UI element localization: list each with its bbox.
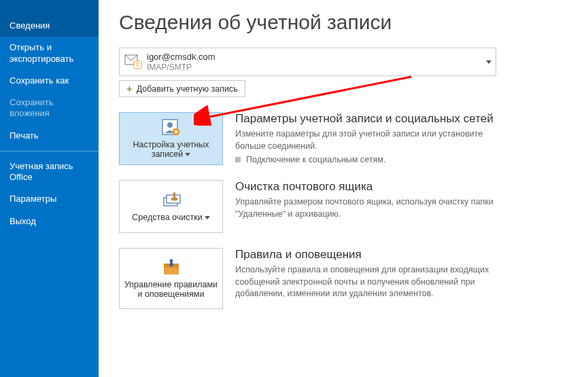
section-account-settings: Настройка учетных записей Параметры учет… bbox=[119, 112, 496, 165]
section-title-rules: Правила и оповещения bbox=[235, 248, 496, 262]
sidebar-item-office-account[interactable]: Учетная запись Office bbox=[0, 156, 99, 189]
bullet-square-icon bbox=[235, 157, 241, 162]
bullet-social-label: Подключение к социальным сетям. bbox=[246, 155, 385, 164]
account-dropdown-arrow[interactable] bbox=[479, 48, 496, 75]
bullet-social-connect[interactable]: Подключение к социальным сетям. bbox=[235, 155, 496, 164]
section-desc-rules: Используйте правила и оповещения для орг… bbox=[235, 264, 496, 300]
sidebar-separator bbox=[0, 151, 99, 151]
sidebar-item-print[interactable]: Печать bbox=[0, 125, 99, 147]
tile-cleanup-label: Средства очистки bbox=[132, 213, 209, 222]
rules-icon bbox=[160, 258, 183, 277]
account-email: igor@cmsdk.com bbox=[147, 52, 479, 62]
account-protocol: IMAP/SMTP bbox=[147, 62, 479, 72]
add-account-button[interactable]: + Добавить учетную запись bbox=[119, 80, 245, 97]
svg-point-14 bbox=[169, 259, 173, 263]
main-panel: Сведения об учетной записи igor@cmsdk.co… bbox=[99, 0, 588, 377]
tile-account-settings[interactable]: Настройка учетных записей bbox=[119, 112, 223, 165]
sidebar-item-save-as[interactable]: Сохранить как bbox=[0, 70, 99, 92]
section-rules: Управление правилами и оповещениями Прав… bbox=[119, 248, 496, 309]
sidebar-item-open-export[interactable]: Открыть и экспортировать bbox=[0, 37, 99, 70]
account-text: igor@cmsdk.com IMAP/SMTP bbox=[147, 48, 479, 75]
page-title: Сведения об учетной записи bbox=[119, 11, 568, 34]
svg-point-7 bbox=[175, 130, 177, 133]
sidebar-item-save-attachments: Сохранить вложения bbox=[0, 92, 99, 125]
account-settings-icon bbox=[160, 118, 183, 137]
add-account-label: Добавить учетную запись bbox=[137, 84, 238, 94]
section-desc-account-settings: Измените параметры для этой учетной запи… bbox=[235, 128, 496, 152]
sidebar-item-info[interactable]: Сведения bbox=[0, 15, 99, 37]
section-title-cleanup: Очистка почтового ящика bbox=[235, 180, 496, 194]
account-selector[interactable]: igor@cmsdk.com IMAP/SMTP bbox=[119, 48, 496, 76]
sidebar-item-exit[interactable]: Выход bbox=[0, 211, 99, 232]
tile-account-settings-label: Настройка учетных записей bbox=[122, 140, 220, 159]
sidebar-item-options[interactable]: Параметры bbox=[0, 188, 99, 210]
section-title-account-settings: Параметры учетной записи и социальных се… bbox=[235, 112, 496, 126]
tile-rules[interactable]: Управление правилами и оповещениями bbox=[119, 248, 223, 309]
plus-icon: + bbox=[126, 84, 133, 94]
sidebar-header-strip bbox=[0, 0, 99, 15]
sidebar: Сведения Открыть и экспортировать Сохран… bbox=[0, 0, 99, 377]
tile-cleanup[interactable]: Средства очистки bbox=[119, 180, 223, 233]
svg-point-11 bbox=[171, 198, 177, 201]
tile-rules-label: Управление правилами и оповещениями bbox=[122, 280, 220, 299]
section-desc-cleanup: Управляйте размером почтового ящика, исп… bbox=[235, 196, 496, 220]
svg-point-5 bbox=[167, 122, 173, 128]
cleanup-icon bbox=[160, 191, 183, 210]
section-cleanup: Средства очистки Очистка почтового ящика… bbox=[119, 180, 496, 233]
account-icon bbox=[120, 48, 147, 75]
